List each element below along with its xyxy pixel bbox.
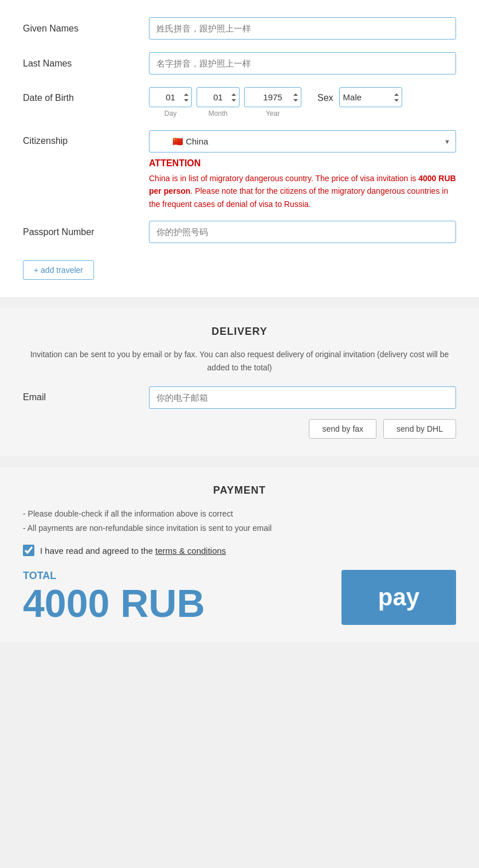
payment-title: PAYMENT bbox=[23, 484, 456, 496]
terms-text: I have read and agreed to the terms & co… bbox=[40, 546, 226, 556]
attention-text-part1: China is in list of migratory dangerous … bbox=[149, 174, 418, 183]
dob-day-select-wrap: 01 02 03 04 05 06 07 08 09 10 11 12 13 1… bbox=[149, 87, 192, 107]
terms-prefix: I have read and agreed to the bbox=[40, 546, 155, 556]
passport-row: Passport Number bbox=[23, 221, 456, 243]
dob-year-select[interactable]: 1975 1970 1980 1990 2000 bbox=[244, 87, 301, 107]
send-by-fax-button[interactable]: send by fax bbox=[309, 419, 376, 439]
attention-text: China is in list of migratory dangerous … bbox=[149, 172, 456, 210]
payment-section: PAYMENT - Please double-check if all the… bbox=[0, 467, 479, 642]
terms-checkbox[interactable] bbox=[23, 545, 34, 556]
citizenship-dropdown-wrap: 🇨🇳 China 🇺🇸 USA 🇷🇺 Russia 🇬🇧 UK 🇩🇪 Germa… bbox=[149, 130, 456, 153]
terms-link[interactable]: terms & conditions bbox=[155, 546, 226, 556]
total-label: TOTAL bbox=[23, 570, 341, 582]
citizenship-select-wrap: 🇨🇳 China 🇺🇸 USA 🇷🇺 Russia 🇬🇧 UK 🇩🇪 Germa… bbox=[149, 130, 456, 153]
last-names-row: Last Names bbox=[23, 52, 456, 75]
dob-day-wrap: 01 02 03 04 05 06 07 08 09 10 11 12 13 1… bbox=[149, 87, 192, 118]
dob-month-sublabel: Month bbox=[209, 110, 227, 118]
dob-year-wrap: 1975 1970 1980 1990 2000 Year bbox=[244, 87, 301, 118]
dob-row: Date of Birth 01 02 03 04 05 06 07 08 09 bbox=[23, 87, 456, 118]
dob-month-wrap: 01 02 03 04 05 06 07 08 09 10 11 12 Mont bbox=[197, 87, 239, 118]
given-names-label: Given Names bbox=[23, 24, 149, 34]
send-by-dhl-button[interactable]: send by DHL bbox=[383, 419, 456, 439]
attention-title: ATTENTION bbox=[149, 158, 456, 169]
dob-month-select[interactable]: 01 02 03 04 05 06 07 08 09 10 11 12 bbox=[197, 87, 239, 107]
attention-block: ATTENTION China is in list of migratory … bbox=[149, 158, 456, 210]
payment-notes: - Please double-check if all the informa… bbox=[23, 507, 456, 535]
citizenship-row: Citizenship 🇨🇳 China 🇺🇸 USA 🇷🇺 Russia 🇬🇧… bbox=[23, 130, 456, 153]
total-amount: 4000 RUB bbox=[23, 582, 341, 625]
given-names-input[interactable] bbox=[149, 17, 456, 40]
traveler-form-section: Given Names Last Names Date of Birth 01 … bbox=[0, 0, 479, 297]
sex-select[interactable]: Male Female bbox=[339, 87, 402, 107]
total-row: TOTAL 4000 RUB pay bbox=[23, 570, 456, 625]
given-names-row: Given Names bbox=[23, 17, 456, 40]
attention-text-part2: . Please note that for the citizens of t… bbox=[149, 186, 448, 208]
email-label: Email bbox=[23, 392, 149, 402]
passport-label: Passport Number bbox=[23, 227, 149, 237]
dob-label: Date of Birth bbox=[23, 87, 149, 103]
delivery-buttons: send by fax send by DHL bbox=[149, 419, 456, 439]
sex-select-wrap: Male Female bbox=[339, 87, 402, 107]
dob-day-select[interactable]: 01 02 03 04 05 06 07 08 09 10 11 12 13 1… bbox=[149, 87, 192, 107]
delivery-section: DELIVERY Invitation can be sent to you b… bbox=[0, 308, 479, 456]
citizenship-label: Citizenship bbox=[23, 130, 149, 146]
sex-dropdown-wrap: Male Female bbox=[339, 87, 402, 107]
last-names-input[interactable] bbox=[149, 52, 456, 75]
sex-label: Sex bbox=[317, 87, 333, 103]
email-row: Email bbox=[23, 386, 456, 409]
delivery-description: Invitation can be sent to you by email o… bbox=[23, 348, 456, 374]
citizenship-select[interactable]: 🇨🇳 China 🇺🇸 USA 🇷🇺 Russia 🇬🇧 UK 🇩🇪 Germa… bbox=[149, 130, 456, 153]
pay-button[interactable]: pay bbox=[341, 570, 456, 625]
payment-note2: - All payments are non-refundable since … bbox=[23, 521, 456, 535]
dob-year-select-wrap: 1975 1970 1980 1990 2000 bbox=[244, 87, 301, 107]
payment-note1: - Please double-check if all the informa… bbox=[23, 507, 456, 521]
dob-month-select-wrap: 01 02 03 04 05 06 07 08 09 10 11 12 bbox=[197, 87, 239, 107]
dob-day-sublabel: Day bbox=[164, 110, 176, 118]
terms-row: I have read and agreed to the terms & co… bbox=[23, 545, 456, 556]
delivery-title: DELIVERY bbox=[23, 326, 456, 338]
sex-group: Sex Male Female bbox=[317, 87, 402, 107]
dob-year-sublabel: Year bbox=[266, 110, 280, 118]
total-left: TOTAL 4000 RUB bbox=[23, 570, 341, 625]
last-names-label: Last Names bbox=[23, 58, 149, 69]
add-traveler-button[interactable]: + add traveler bbox=[23, 260, 94, 280]
passport-input[interactable] bbox=[149, 221, 456, 243]
email-input[interactable] bbox=[149, 386, 456, 409]
